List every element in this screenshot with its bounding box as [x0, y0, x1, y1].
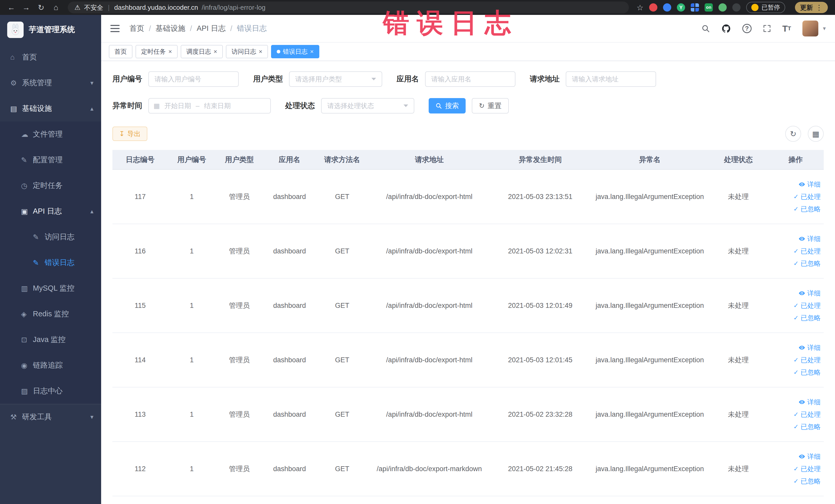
- sidebar-toggle-icon[interactable]: [110, 25, 120, 32]
- tab-调度日志[interactable]: 调度日志 ×: [181, 45, 223, 58]
- app-name-label: 应用名: [396, 74, 419, 84]
- help-icon[interactable]: ?: [742, 24, 752, 33]
- breadcrumb-infrastructure[interactable]: 基础设施: [156, 23, 185, 34]
- extension-icon-dark[interactable]: [732, 3, 740, 12]
- process-status-placeholder: 请选择处理状态: [327, 101, 374, 110]
- sidebar: 芋道管理系统 ⌂ 首页 ⚙ 系统管理 ▾ ▤ 基础设施 ▴ ☁ 文件管理 ✎ 配…: [0, 15, 101, 504]
- browser-home-icon[interactable]: ⌂: [49, 2, 63, 13]
- sidebar-item-mysql-monitor[interactable]: ▥ MySQL 监控: [0, 276, 101, 301]
- breadcrumb-home[interactable]: 首页: [129, 23, 144, 34]
- sidebar-item-error-log[interactable]: ✎ 错误日志: [0, 250, 101, 276]
- ignored-link[interactable]: ✓已忽略: [770, 421, 821, 433]
- log-center-icon: ▨: [21, 387, 33, 396]
- detail-link[interactable]: 详细: [770, 341, 821, 354]
- detail-link[interactable]: 详细: [770, 287, 821, 299]
- font-size-icon[interactable]: TT: [782, 24, 791, 34]
- extension-icon-blue[interactable]: [663, 3, 671, 12]
- topbar-actions: ? TT ▾: [701, 21, 826, 37]
- ignored-link[interactable]: ✓已忽略: [770, 366, 821, 379]
- processed-link[interactable]: ✓已处理: [770, 463, 821, 475]
- processed-link[interactable]: ✓已处理: [770, 408, 821, 421]
- close-icon[interactable]: ×: [213, 48, 217, 55]
- forward-icon[interactable]: →: [20, 2, 33, 13]
- extension-icon-grid[interactable]: [691, 3, 699, 12]
- sidebar-item-link-trace[interactable]: ◉ 链路追踪: [0, 352, 101, 378]
- filter-row-2: 异常时间 ▦ 开始日期 – 结束日期 处理状态 请选择处理状态: [113, 98, 824, 114]
- content: 用户编号 用户类型 请选择用户类型 应用名 请求地址: [101, 61, 835, 504]
- chevron-down-icon: [371, 78, 376, 80]
- calendar-icon: ▦: [154, 102, 160, 110]
- check-icon: ✓: [793, 260, 798, 267]
- sidebar-item-log-center[interactable]: ▨ 日志中心: [0, 378, 101, 404]
- address-bar[interactable]: ⚠ 不安全 | dashboard.yudao.iocoder.cn /infr…: [68, 2, 629, 13]
- request-url-input[interactable]: [566, 72, 656, 87]
- export-button[interactable]: ↧ 导出: [113, 126, 147, 141]
- breadcrumb-api-logs[interactable]: API 日志: [197, 23, 226, 34]
- extension-icon-teal[interactable]: Y: [677, 3, 685, 12]
- chevron-down-icon[interactable]: ▾: [823, 25, 826, 32]
- column-settings-button[interactable]: ▦: [808, 126, 824, 142]
- cell-method: GET: [316, 333, 368, 387]
- detail-link[interactable]: 详细: [770, 233, 821, 245]
- paused-chip[interactable]: 已暂停: [746, 2, 785, 13]
- processed-link[interactable]: ✓已处理: [770, 245, 821, 257]
- sidebar-item-java-monitor[interactable]: ⊡ Java 监控: [0, 327, 101, 352]
- github-icon[interactable]: [721, 24, 731, 33]
- close-icon[interactable]: ×: [310, 48, 314, 55]
- sidebar-item-file-management[interactable]: ☁ 文件管理: [0, 121, 101, 147]
- tab-首页[interactable]: 首页: [109, 45, 133, 58]
- process-status-select[interactable]: 请选择处理状态: [321, 98, 414, 114]
- extension-icon-red[interactable]: [649, 3, 657, 12]
- exception-time-range[interactable]: ▦ 开始日期 – 结束日期: [148, 98, 271, 114]
- eye-icon: [798, 399, 805, 405]
- cell-url: /api/infra/db-doc/export-html: [369, 278, 490, 333]
- active-dot-icon: [277, 50, 280, 54]
- ignored-link[interactable]: ✓已忽略: [770, 257, 821, 269]
- cell-exception: java.lang.IllegalArgumentException: [590, 333, 709, 387]
- fullscreen-icon[interactable]: [763, 24, 771, 33]
- refresh-button[interactable]: ↻: [785, 126, 801, 142]
- ignored-link[interactable]: ✓已忽略: [770, 475, 821, 487]
- user-id-input[interactable]: [148, 72, 239, 87]
- tab-错误日志[interactable]: 错误日志 ×: [271, 45, 319, 58]
- user-id-label: 用户编号: [113, 74, 142, 84]
- reload-icon[interactable]: ↻: [34, 2, 48, 13]
- sidebar-item-redis-monitor[interactable]: ◈ Redis 监控: [0, 301, 101, 327]
- sidebar-item-access-log[interactable]: ✎ 访问日志: [0, 224, 101, 250]
- close-icon[interactable]: ×: [259, 48, 262, 55]
- detail-link[interactable]: 详细: [770, 450, 821, 463]
- emoji-face-icon: [751, 4, 758, 11]
- ignored-link[interactable]: ✓已忽略: [770, 203, 821, 215]
- detail-link[interactable]: 详细: [770, 178, 821, 190]
- ignored-link[interactable]: ✓已忽略: [770, 312, 821, 324]
- avatar[interactable]: [802, 21, 818, 37]
- sidebar-item-home[interactable]: ⌂ 首页: [0, 44, 101, 70]
- reset-button[interactable]: ↻ 重置: [472, 98, 509, 114]
- processed-link[interactable]: ✓已处理: [770, 299, 821, 312]
- sidebar-item-api-logs[interactable]: ▣ API 日志 ▴: [0, 199, 101, 224]
- sidebar-item-system-management[interactable]: ⚙ 系统管理 ▾: [0, 70, 101, 96]
- user-type-select[interactable]: 请选择用户类型: [289, 72, 382, 87]
- cell-user_id: 1: [168, 224, 216, 278]
- back-icon[interactable]: ←: [5, 2, 18, 13]
- sidebar-item-dev-tools[interactable]: ⚒ 研发工具 ▾: [0, 404, 101, 429]
- processed-link[interactable]: ✓已处理: [770, 190, 821, 203]
- browser-update-button[interactable]: 更新 ⋮: [795, 2, 828, 13]
- bookmark-star-icon[interactable]: ☆: [636, 3, 644, 12]
- tab-定时任务[interactable]: 定时任务 ×: [136, 45, 178, 58]
- close-icon[interactable]: ×: [168, 48, 172, 55]
- cell-actions: 详细✓已处理✓已忽略: [768, 278, 824, 333]
- tab-访问日志[interactable]: 访问日志 ×: [226, 45, 268, 58]
- eye-icon: [798, 344, 805, 351]
- sidebar-item-scheduled-tasks[interactable]: ◷ 定时任务: [0, 173, 101, 199]
- cell-url: /api/infra/db-doc/export-markdown: [369, 442, 490, 496]
- extension-icon-leaf[interactable]: [718, 3, 727, 12]
- search-button[interactable]: 搜索: [429, 98, 466, 114]
- search-icon[interactable]: [701, 24, 710, 33]
- sidebar-item-config-management[interactable]: ✎ 配置管理: [0, 147, 101, 173]
- sidebar-item-infrastructure[interactable]: ▤ 基础设施 ▴: [0, 96, 101, 121]
- detail-link[interactable]: 详细: [770, 396, 821, 408]
- extension-icon-on[interactable]: on: [705, 3, 713, 12]
- app-name-input[interactable]: [425, 72, 515, 87]
- processed-link[interactable]: ✓已处理: [770, 354, 821, 366]
